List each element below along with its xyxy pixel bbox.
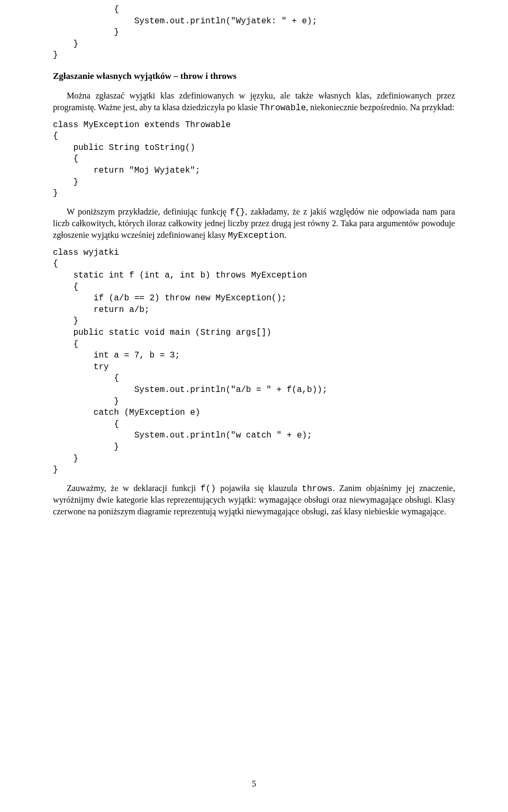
para2-text-a: W poniższym przykładzie, definiując funk… (67, 207, 230, 217)
code-block-2: class MyException extends Throwable { pu… (53, 120, 455, 200)
document-page: { System.out.println("Wyjatek: " + e); }… (0, 4, 508, 812)
function-f-parens: f() (201, 484, 216, 494)
myexception-classname: MyException (228, 231, 284, 240)
para3-text-a: Zauważmy, że w deklaracji funkcji (67, 484, 201, 493)
para3-text-b: pojawiła się klauzula (216, 484, 302, 493)
paragraph-2: W poniższym przykładzie, definiując funk… (53, 207, 455, 243)
code-block-1: { System.out.println("Wyjatek: " + e); }… (53, 4, 455, 61)
throws-keyword: throws (302, 484, 332, 494)
code-block-3: class wyjatki { static int f (int a, int… (53, 247, 455, 476)
throwable-classname: Throwable (260, 103, 306, 113)
section-heading-throws: Zgłaszanie własnych wyjątków – throw i t… (53, 70, 455, 83)
paragraph-3: Zauważmy, że w deklaracji funkcji f() po… (53, 483, 455, 519)
paragraph-1: Można zgłaszać wyjątki klas zdefiniowany… (53, 91, 455, 114)
para1-text-b: , niekoniecznie bezpośrednio. Na przykła… (306, 103, 454, 112)
function-f-braces: f{} (230, 208, 245, 217)
page-number: 5 (0, 778, 508, 790)
para2-text-c: . (284, 230, 286, 240)
